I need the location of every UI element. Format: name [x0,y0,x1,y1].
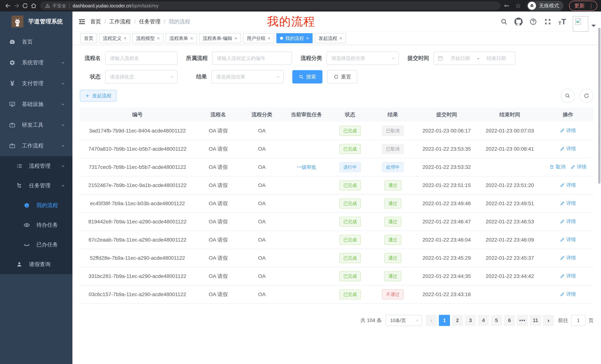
pagination-page-4[interactable]: 4 [478,315,489,326]
browser-back-icon[interactable] [4,1,12,10]
sidebar-item-task-management[interactable]: 任务管理 [0,176,72,196]
detail-link[interactable]: 详情 [560,255,576,261]
reset-button[interactable]: 重置 [327,70,357,84]
browser-update-button[interactable]: 更新 ⋮ [569,1,597,11]
browser-reload-icon[interactable] [21,1,29,10]
status-badge: 已完成 [339,144,361,154]
cell-status: 已完成 [331,194,370,213]
goto-page-input[interactable] [571,315,586,326]
result-select[interactable]: 请选择流结果 [211,70,284,84]
pagination-page-6[interactable]: 6 [504,315,515,326]
close-icon[interactable]: × [306,36,309,41]
show-search-icon[interactable] [561,89,575,103]
tab-home[interactable]: 首页 [80,33,97,43]
browser-home-icon[interactable] [29,1,38,10]
process-name-input[interactable] [105,52,178,65]
sidebar-item-todo-tasks[interactable]: 待办任务 [0,215,72,235]
url-bar[interactable]: 不安全 dashboard.yudao.iocoder.cn/bpm/task/… [40,1,500,10]
filter-parent-process: 所属流程 [186,52,292,65]
detail-link[interactable]: 详情 [560,218,576,225]
sidebar-item-infrastructure[interactable]: 基础设施 [0,94,72,115]
status-select[interactable]: 请选择状态 [105,70,178,84]
close-icon[interactable]: × [234,36,237,41]
pagination-page-11[interactable]: 11 [530,315,541,326]
breadcrumb-workflow[interactable]: 工作流程 [109,18,131,25]
parent-process-input[interactable] [212,52,292,65]
eye-icon [23,222,30,228]
tab-start-process[interactable]: 发起流程× [315,33,346,43]
sidebar-item-done-tasks[interactable]: 已办任务 [0,235,72,255]
cell-status: 已完成 [331,176,370,194]
pagination-page-2[interactable]: 2 [452,315,463,326]
refresh-table-icon[interactable] [580,89,594,103]
detail-link[interactable]: 详情 [560,182,576,188]
cancel-link[interactable]: 取消 [549,164,565,170]
table-row: 331bc281-7b9a-11ec-a290-acde48001122 OA … [80,267,594,285]
tab-user-group[interactable]: 用户分组× [243,33,274,43]
sidebar-item-workflow[interactable]: 工作流程 [0,135,72,156]
detail-link[interactable]: 详情 [560,200,576,207]
category-select[interactable]: 请选择流程分类 [327,52,399,65]
detail-link[interactable]: 详情 [560,273,576,279]
close-icon[interactable]: × [190,36,193,41]
search-icon[interactable] [500,18,508,25]
browser-forward-icon[interactable] [12,1,21,10]
submit-time-range-picker[interactable]: 开始日期 - 结束日期 [433,52,516,65]
security-warning[interactable]: 不安全 [45,3,66,9]
bookmark-star-icon[interactable]: ☆ [515,2,521,9]
cell-process-name: OA 请假 [195,213,241,231]
tab-process-model[interactable]: 流程模型× [132,33,163,43]
filter-status: 状态 请选择状态 [80,70,178,84]
app-navbar: 首页 / 工作流程 / 任务管理 / 我的流程 [72,11,601,32]
pencil-icon [560,146,565,151]
close-icon[interactable]: × [268,36,270,41]
sidebar-item-process-management[interactable]: 流程管理 [0,156,72,176]
user-avatar[interactable] [573,12,596,32]
github-icon[interactable] [514,18,523,26]
sidebar-collapse-icon[interactable] [78,18,86,26]
sidebar-item-my-process[interactable]: 我的流程 [0,196,72,215]
sidebar-item-payment[interactable]: ¥ 支付管理 [0,73,72,94]
pagination-page-1[interactable]: 1 [439,315,450,326]
detail-link[interactable]: 详情 [560,145,576,152]
table-row: 2152467e-7b9b-11ec-9a1b-acde48001122 OA … [80,176,594,194]
tab-my-process[interactable]: 我的流程× [276,33,312,43]
status-badge: 已完成 [339,289,361,299]
close-icon[interactable]: × [157,36,160,41]
pagination-next-icon[interactable]: › [543,315,554,326]
sidebar-item-devtools[interactable]: 研发工具 [0,115,72,135]
page-scrollbar[interactable] [598,28,601,184]
help-icon[interactable] [529,18,537,26]
tab-process-form-edit[interactable]: 流程表单-编辑× [199,33,241,43]
close-icon[interactable]: × [124,36,127,41]
breadcrumb-task-management[interactable]: 任务管理 [139,18,160,25]
detail-link[interactable]: 详情 [560,291,576,297]
page-size-select[interactable]: 10条/页 [386,315,422,326]
browser-right-controls: ☆ 无痕模式 更新 ⋮ [504,1,597,11]
detail-link[interactable]: 详情 [571,164,587,170]
chevron-down-icon[interactable] [591,25,596,29]
fullscreen-icon[interactable] [544,18,551,26]
sidebar-item-home[interactable]: 首页 [0,31,72,52]
tab-process-definition[interactable]: 流程定义× [99,33,130,43]
pagination-page-3[interactable]: 3 [465,315,476,326]
cell-process-id: 67c2eaab-7b9a-11ec-a290-acde48001122 [80,231,195,249]
font-size-icon[interactable]: TT [558,18,566,26]
current-task-link[interactable]: 一级审批 [297,164,316,171]
col-header-name: 流程名 [195,108,241,122]
pagination-page-5[interactable]: 5 [491,315,502,326]
pagination-prev-icon[interactable]: ‹ [426,315,437,326]
sidebar-item-leave-query[interactable]: 请假查询 [0,255,72,274]
detail-link[interactable]: 详情 [560,236,576,243]
detail-link[interactable]: 详情 [560,127,576,134]
pagination-ellipsis[interactable]: ••• [517,315,528,326]
key-icon[interactable] [504,3,510,9]
sidebar-item-system[interactable]: 系统管理 [0,52,72,73]
breadcrumb-home[interactable]: 首页 [90,18,101,25]
tab-process-form[interactable]: 流程表单× [166,33,197,43]
search-button[interactable]: 搜索 [292,70,322,84]
close-icon[interactable]: × [339,36,342,41]
start-process-button[interactable]: 发起流程 [80,90,117,102]
chevron-down-icon [415,318,419,322]
browser-menu-icon[interactable]: ⋮ [588,3,594,9]
